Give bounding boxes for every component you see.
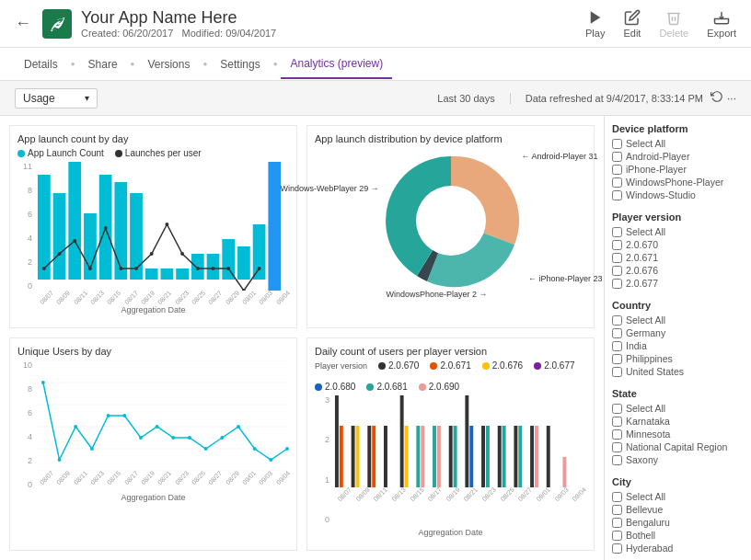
sidebar-player-v671-checkbox[interactable] xyxy=(612,253,622,263)
edit-button[interactable]: Edit xyxy=(623,9,641,39)
sidebar-device-android[interactable]: Android-Player xyxy=(612,151,744,162)
sidebar-country-select-all-checkbox[interactable] xyxy=(612,315,622,326)
sidebar-state-ncr-checkbox[interactable] xyxy=(612,442,622,452)
sidebar-player-v671[interactable]: 2.0.671 xyxy=(612,252,744,263)
sidebar-city-bothell-label: Bothell xyxy=(626,530,655,541)
sidebar-city-select-all[interactable]: Select All xyxy=(612,491,744,502)
sidebar-device-android-checkbox[interactable] xyxy=(612,152,622,162)
sidebar-device-windowsstudio-checkbox[interactable] xyxy=(612,190,622,200)
sidebar-device-windowsphone[interactable]: WindowsPhone-Player xyxy=(612,177,744,188)
refresh-icon[interactable] xyxy=(711,90,723,106)
launch-count-svg xyxy=(36,162,289,291)
unique-users-title: Unique Users by day xyxy=(17,346,289,357)
sidebar-player-version-title: Player version xyxy=(612,211,744,223)
sidebar-state-saxony[interactable]: Saxony xyxy=(612,454,744,465)
launch-count-legend: App Launch Count Launches per user xyxy=(17,148,289,158)
sidebar-player-v676-checkbox[interactable] xyxy=(612,266,622,276)
svg-point-18 xyxy=(58,252,62,256)
sidebar-city-bothell-checkbox[interactable] xyxy=(612,531,622,541)
sidebar-device-select-all-checkbox[interactable] xyxy=(612,139,622,149)
sidebar-player-v677-checkbox[interactable] xyxy=(612,279,622,289)
sidebar-device-select-all[interactable]: Select All xyxy=(612,138,744,149)
sidebar-state-saxony-checkbox[interactable] xyxy=(612,455,622,465)
sidebar-state-ncr[interactable]: National Capital Region xyxy=(612,441,744,452)
export-button[interactable]: Export xyxy=(707,9,736,39)
svg-point-26 xyxy=(180,252,184,256)
svg-point-23 xyxy=(134,267,138,270)
sidebar-device-windowsstudio[interactable]: Windows-Studio xyxy=(612,189,744,200)
svg-point-49 xyxy=(204,447,208,451)
nav-analytics[interactable]: Analytics (preview) xyxy=(281,50,392,79)
usage-select[interactable]: Usage ▾ xyxy=(15,88,98,109)
sidebar-country-germany[interactable]: Germany xyxy=(612,327,744,338)
charts-area: App launch count by day App Launch Count… xyxy=(0,116,604,560)
sidebar-city-bellevue-checkbox[interactable] xyxy=(612,505,622,515)
sidebar-country-philippines-checkbox[interactable] xyxy=(612,354,622,364)
app-icon xyxy=(42,9,72,39)
sidebar-player-v670-checkbox[interactable] xyxy=(612,240,622,250)
sidebar-country-us[interactable]: United States xyxy=(612,366,744,377)
delete-button[interactable]: Delete xyxy=(659,9,688,39)
svg-point-52 xyxy=(253,447,257,451)
sidebar-city-bengaluru-checkbox[interactable] xyxy=(612,518,622,528)
sidebar-player-v677[interactable]: 2.0.677 xyxy=(612,278,744,289)
sidebar-device-iphone-checkbox[interactable] xyxy=(612,165,622,175)
play-icon xyxy=(587,9,604,26)
sidebar-state-select-all-checkbox[interactable] xyxy=(612,404,622,414)
nav-versions[interactable]: Versions xyxy=(138,51,199,78)
nav-bar: Details ● Share ● Versions ● Settings ● … xyxy=(0,48,751,81)
svg-rect-80 xyxy=(547,426,550,487)
sidebar-city-select-all-checkbox[interactable] xyxy=(612,492,622,502)
sidebar-country-philippines[interactable]: Philippines xyxy=(612,353,744,364)
sidebar-city-hyderabad-checkbox[interactable] xyxy=(612,543,622,554)
sidebar-city-bengaluru[interactable]: Bengaluru xyxy=(612,517,744,528)
sidebar-country-india[interactable]: India xyxy=(612,340,744,351)
sidebar-city-bellevue[interactable]: Bellevue xyxy=(612,504,744,515)
sidebar-city-bellevue-label: Bellevue xyxy=(626,504,663,515)
select-chevron-icon: ▾ xyxy=(85,93,89,103)
device-platform-chart: App launch distribution by device platfo… xyxy=(306,125,595,328)
sidebar-state-title: State xyxy=(612,388,744,399)
svg-point-43 xyxy=(107,414,110,417)
legend-per-user: Launches per user xyxy=(115,148,202,158)
sidebar-state-select-all[interactable]: Select All xyxy=(612,403,744,414)
sidebar-device-iphone-label: iPhone-Player xyxy=(626,164,687,175)
nav-details[interactable]: Details xyxy=(15,51,67,78)
sidebar-state-minnesota-checkbox[interactable] xyxy=(612,429,622,440)
sidebar-country-select-all[interactable]: Select All xyxy=(612,314,744,326)
svg-point-20 xyxy=(88,267,92,270)
play-button[interactable]: Play xyxy=(585,9,605,39)
nav-settings[interactable]: Settings xyxy=(211,51,269,78)
date-range: Last 30 days xyxy=(437,93,494,104)
svg-rect-57 xyxy=(352,426,355,487)
svg-rect-68 xyxy=(449,426,453,487)
sidebar-device-iphone[interactable]: iPhone-Player xyxy=(612,164,744,175)
svg-rect-16 xyxy=(268,162,281,291)
nav-share[interactable]: Share xyxy=(79,51,127,78)
sidebar-player-select-all[interactable]: Select All xyxy=(612,226,744,237)
svg-point-42 xyxy=(90,447,94,451)
sidebar-state-minnesota[interactable]: Minnesota xyxy=(612,429,744,440)
back-button[interactable]: ← xyxy=(15,14,31,33)
sidebar-device-windowsphone-checkbox[interactable] xyxy=(612,177,622,188)
svg-rect-8 xyxy=(145,269,158,280)
sidebar-city-bothell[interactable]: Bothell xyxy=(612,530,744,541)
sidebar-country-us-checkbox[interactable] xyxy=(612,367,622,377)
sidebar-city-hyderabad[interactable]: Hyderabad xyxy=(612,543,744,554)
unique-users-xlabel: Aggregation Date xyxy=(17,493,289,502)
sidebar-country-germany-checkbox[interactable] xyxy=(612,328,622,338)
donut-wrapper: ← Android-Player 31 ← iPhone-Player 23 W… xyxy=(315,148,586,295)
svg-rect-81 xyxy=(562,457,566,487)
sidebar-country-india-checkbox[interactable] xyxy=(612,341,622,351)
device-platform-title: App launch distribution by device platfo… xyxy=(315,133,586,144)
svg-point-47 xyxy=(171,436,175,440)
svg-rect-70 xyxy=(465,395,468,487)
sidebar-state-karnataka[interactable]: Karnataka xyxy=(612,416,744,427)
sidebar-state-karnataka-checkbox[interactable] xyxy=(612,417,622,427)
sidebar-player-select-all-checkbox[interactable] xyxy=(612,227,622,237)
svg-point-48 xyxy=(188,436,191,440)
svg-rect-78 xyxy=(530,426,534,487)
more-options-icon[interactable]: ··· xyxy=(727,92,736,105)
sidebar-player-v676[interactable]: 2.0.676 xyxy=(612,265,744,276)
sidebar-player-v670[interactable]: 2.0.670 xyxy=(612,239,744,250)
